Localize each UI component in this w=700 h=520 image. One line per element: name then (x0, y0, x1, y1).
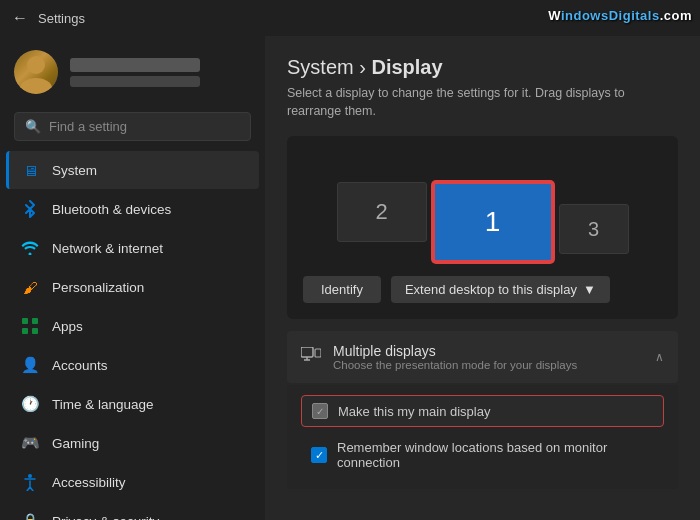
watermark: WindowsDigitals.com (548, 8, 692, 23)
svg-rect-2 (32, 318, 38, 324)
display-preview: 2 1 3 Identify Extend desktop to this di… (287, 136, 678, 319)
sidebar-item-label: System (52, 163, 97, 178)
sidebar-item-label: Accounts (52, 358, 108, 373)
svg-rect-7 (315, 349, 321, 357)
main-display-checkbox[interactable]: ✓ (312, 403, 328, 419)
section-title: Multiple displays (333, 343, 577, 359)
svg-point-5 (28, 474, 32, 478)
app-title: Settings (38, 11, 85, 26)
main-display-row[interactable]: ✓ Make this my main display (301, 395, 664, 427)
breadcrumb: System › Display (287, 56, 678, 79)
content-area: System › Display Select a display to cha… (265, 36, 700, 520)
monitor-2[interactable]: 2 (337, 182, 427, 242)
identify-button[interactable]: Identify (303, 276, 381, 303)
multiple-displays-icon (301, 347, 321, 368)
sidebar-item-time[interactable]: 🕐 Time & language (6, 385, 259, 423)
sidebar-item-label: Apps (52, 319, 83, 334)
user-profile[interactable] (0, 36, 265, 108)
remember-locations-row[interactable]: Remember window locations based on monit… (301, 433, 664, 477)
sidebar-item-bluetooth[interactable]: Bluetooth & devices (6, 190, 259, 228)
system-icon: 🖥 (20, 160, 40, 180)
chevron-up-icon: ∧ (655, 350, 664, 364)
svg-point-0 (29, 253, 32, 256)
svg-rect-6 (301, 347, 313, 357)
sidebar-item-label: Privacy & security (52, 514, 159, 521)
remember-locations-label: Remember window locations based on monit… (337, 440, 654, 470)
accessibility-icon (20, 472, 40, 492)
network-icon (20, 238, 40, 258)
apps-icon (20, 316, 40, 336)
monitors-area: 2 1 3 (303, 152, 662, 262)
extend-label: Extend desktop to this display (405, 282, 577, 297)
personalization-icon: 🖌 (20, 277, 40, 297)
extend-dropdown-button[interactable]: Extend desktop to this display ▼ (391, 276, 610, 303)
sidebar-item-accessibility[interactable]: Accessibility (6, 463, 259, 501)
monitor-1-wrapper: 1 (433, 182, 553, 262)
time-icon: 🕐 (20, 394, 40, 414)
chevron-down-icon: ▼ (583, 282, 596, 297)
monitor-3[interactable]: 3 (559, 204, 629, 254)
sidebar-item-gaming[interactable]: 🎮 Gaming (6, 424, 259, 462)
sidebar-item-apps[interactable]: Apps (6, 307, 259, 345)
sidebar-item-label: Time & language (52, 397, 154, 412)
privacy-icon: 🔒 (20, 511, 40, 520)
search-input[interactable] (49, 119, 240, 134)
sidebar-item-accounts[interactable]: 👤 Accounts (6, 346, 259, 384)
sidebar-item-label: Gaming (52, 436, 99, 451)
back-button[interactable]: ← (12, 9, 28, 27)
sidebar-item-label: Personalization (52, 280, 144, 295)
multiple-displays-content: ✓ Make this my main display Remember win… (287, 385, 678, 489)
sidebar-item-label: Network & internet (52, 241, 163, 256)
accounts-icon: 👤 (20, 355, 40, 375)
svg-rect-4 (32, 328, 38, 334)
section-header-left: Multiple displays Choose the presentatio… (301, 343, 577, 371)
main-display-label: Make this my main display (338, 404, 490, 419)
sidebar: 🔍 🖥 System Bluetooth & devices Network &… (0, 36, 265, 520)
sidebar-item-system[interactable]: 🖥 System (6, 151, 259, 189)
sidebar-item-privacy[interactable]: 🔒 Privacy & security (6, 502, 259, 520)
avatar (14, 50, 58, 94)
monitor-1[interactable]: 1 (433, 182, 553, 262)
sidebar-item-personalization[interactable]: 🖌 Personalization (6, 268, 259, 306)
remember-locations-checkbox[interactable] (311, 447, 327, 463)
svg-rect-1 (22, 318, 28, 324)
search-box[interactable]: 🔍 (14, 112, 251, 141)
svg-rect-3 (22, 328, 28, 334)
sidebar-item-network[interactable]: Network & internet (6, 229, 259, 267)
section-subtitle: Choose the presentation mode for your di… (333, 359, 577, 371)
page-subtitle: Select a display to change the settings … (287, 85, 678, 120)
sidebar-item-label: Bluetooth & devices (52, 202, 171, 217)
multiple-displays-header[interactable]: Multiple displays Choose the presentatio… (287, 331, 678, 383)
sidebar-item-label: Accessibility (52, 475, 126, 490)
gaming-icon: 🎮 (20, 433, 40, 453)
bluetooth-icon (20, 199, 40, 219)
display-controls-row: Identify Extend desktop to this display … (303, 276, 662, 303)
search-icon: 🔍 (25, 119, 41, 134)
